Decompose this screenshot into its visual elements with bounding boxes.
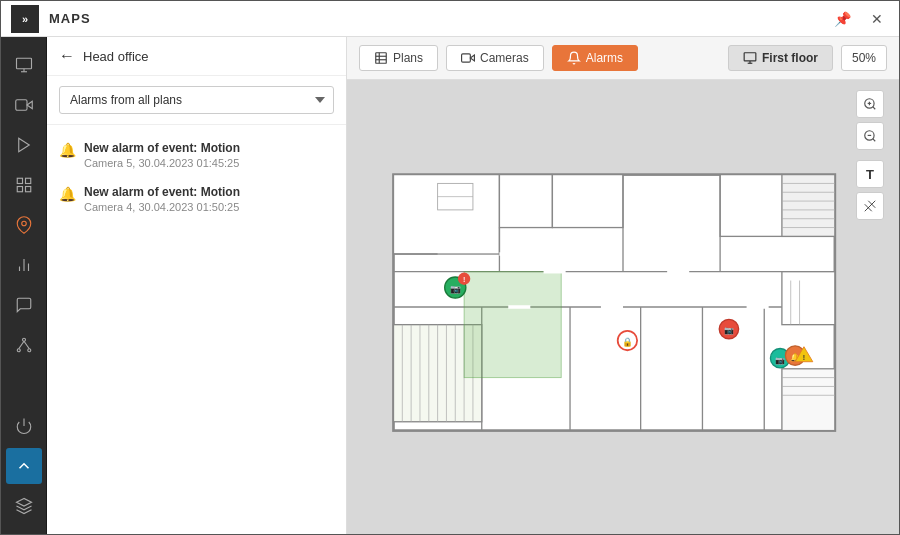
sidebar-item-camera[interactable] bbox=[6, 87, 42, 123]
svg-line-17 bbox=[24, 341, 29, 349]
alarm-item[interactable]: 🔔 New alarm of event: Motion Camera 4, 3… bbox=[47, 177, 346, 221]
svg-rect-25 bbox=[744, 53, 756, 61]
svg-rect-75 bbox=[782, 272, 835, 325]
sidebar-item-nodes[interactable] bbox=[6, 327, 42, 363]
sidebar-item-monitor[interactable] bbox=[6, 47, 42, 83]
svg-rect-7 bbox=[17, 187, 22, 192]
map-canvas[interactable]: T bbox=[347, 80, 899, 534]
svg-rect-6 bbox=[25, 178, 30, 183]
alarm-filter-select[interactable]: Alarms from all plans Current floor alar… bbox=[59, 86, 334, 114]
svg-point-15 bbox=[27, 349, 30, 352]
svg-marker-19 bbox=[16, 499, 31, 507]
window-title: MAPS bbox=[49, 11, 828, 26]
alarms-button[interactable]: Alarms bbox=[552, 45, 638, 71]
panel-header: ← Head office bbox=[47, 37, 346, 76]
close-button[interactable]: ✕ bbox=[865, 9, 889, 29]
map-area: Plans Cameras Alarms First floor bbox=[347, 37, 899, 534]
sidebar-item-map[interactable] bbox=[6, 207, 42, 243]
pin-button[interactable]: 📌 bbox=[828, 9, 857, 29]
zoom-level-button[interactable]: 50% bbox=[841, 45, 887, 71]
sidebar-item-play[interactable] bbox=[6, 127, 42, 163]
svg-text:📷: 📷 bbox=[450, 283, 462, 295]
alarm-subtitle: Camera 4, 30.04.2023 01:50:25 bbox=[84, 201, 240, 213]
app-window: » MAPS 📌 ✕ bbox=[0, 0, 900, 535]
map-toolbar: Plans Cameras Alarms First floor bbox=[347, 37, 899, 80]
svg-point-9 bbox=[21, 221, 26, 226]
plans-button[interactable]: Plans bbox=[359, 45, 438, 71]
svg-point-14 bbox=[17, 349, 20, 352]
alarm-title: New alarm of event: Motion bbox=[84, 141, 240, 155]
sidebar-item-chevron-up[interactable] bbox=[6, 448, 42, 484]
alarm-content: New alarm of event: Motion Camera 4, 30.… bbox=[84, 185, 240, 213]
title-bar: » MAPS 📌 ✕ bbox=[1, 1, 899, 37]
sidebar-item-grid[interactable] bbox=[6, 167, 42, 203]
main-layout: ← Head office Alarms from all plans Curr… bbox=[1, 37, 899, 534]
filter-row: Alarms from all plans Current floor alar… bbox=[47, 76, 346, 125]
floor-plan-svg: 📷 ! 🔒 📷 📷 bbox=[367, 90, 879, 524]
sidebar-item-layers[interactable] bbox=[6, 488, 42, 524]
svg-text:📷: 📷 bbox=[775, 355, 785, 365]
sidebar-item-power[interactable] bbox=[6, 408, 42, 444]
sidebar-item-message[interactable] bbox=[6, 287, 42, 323]
alarm-item[interactable]: 🔔 New alarm of event: Motion Camera 5, 3… bbox=[47, 133, 346, 177]
sidebar bbox=[1, 37, 47, 534]
svg-text:!: ! bbox=[803, 354, 805, 361]
floor-selector-button[interactable]: First floor bbox=[728, 45, 833, 71]
svg-marker-4 bbox=[18, 138, 29, 152]
sidebar-item-chart[interactable] bbox=[6, 247, 42, 283]
location-title: Head office bbox=[83, 49, 149, 64]
svg-text:📷: 📷 bbox=[724, 325, 734, 335]
alarm-content: New alarm of event: Motion Camera 5, 30.… bbox=[84, 141, 240, 169]
svg-rect-71 bbox=[782, 369, 835, 431]
svg-rect-38 bbox=[552, 175, 623, 228]
svg-line-16 bbox=[18, 341, 23, 349]
left-panel: ← Head office Alarms from all plans Curr… bbox=[47, 37, 347, 534]
alarm-list: 🔔 New alarm of event: Motion Camera 5, 3… bbox=[47, 125, 346, 534]
title-actions: 📌 ✕ bbox=[828, 9, 889, 29]
svg-rect-67 bbox=[464, 272, 561, 378]
svg-rect-20 bbox=[376, 53, 387, 64]
content-area: ← Head office Alarms from all plans Curr… bbox=[47, 37, 899, 534]
alarm-bell-icon: 🔔 bbox=[59, 142, 76, 158]
svg-rect-8 bbox=[25, 187, 30, 192]
svg-rect-0 bbox=[16, 58, 31, 69]
svg-rect-5 bbox=[17, 178, 22, 183]
alarm-title: New alarm of event: Motion bbox=[84, 185, 240, 199]
svg-point-13 bbox=[22, 338, 25, 341]
svg-text:🔒: 🔒 bbox=[622, 336, 634, 348]
sidebar-toggle[interactable]: » bbox=[11, 5, 39, 33]
svg-rect-3 bbox=[15, 100, 26, 111]
cameras-button[interactable]: Cameras bbox=[446, 45, 544, 71]
svg-rect-37 bbox=[499, 175, 552, 228]
svg-rect-24 bbox=[462, 54, 471, 62]
back-button[interactable]: ← bbox=[59, 47, 75, 65]
alarm-bell-icon: 🔔 bbox=[59, 186, 76, 202]
svg-rect-40 bbox=[782, 175, 835, 237]
alarm-subtitle: Camera 5, 30.04.2023 01:45:25 bbox=[84, 157, 240, 169]
svg-text:!: ! bbox=[463, 276, 465, 283]
